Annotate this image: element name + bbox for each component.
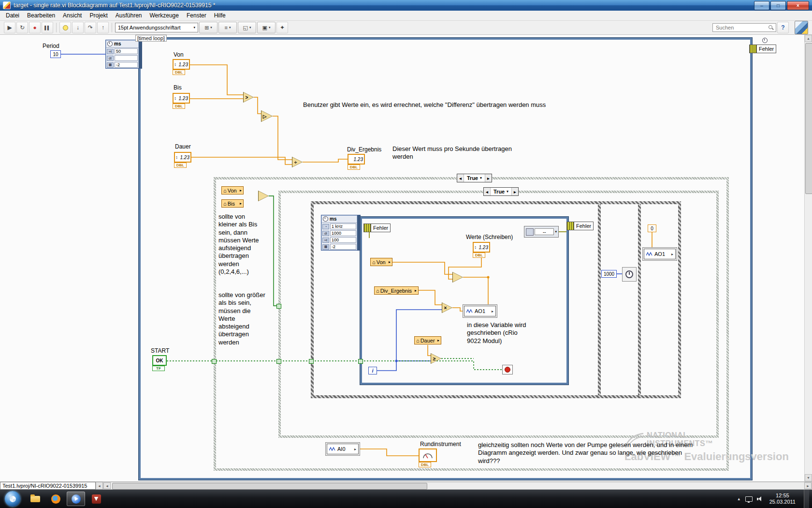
prev-case-icon[interactable]: ◀ [484, 188, 491, 195]
select-node[interactable]: ▷ [261, 110, 273, 122]
step-out-button[interactable]: ↑ [97, 22, 109, 33]
numeric-control-dauer[interactable]: ▴▾1.23 DBL [174, 152, 191, 168]
div-ergebnis-label[interactable]: Div_Ergebnis [347, 146, 381, 153]
horizontal-scrollbar[interactable]: ◄ ► [103, 482, 812, 490]
timed-loop-config-node-inner[interactable]: ms ◔1 kHz dt1000 ³²t100 ▩-2 [321, 215, 361, 251]
shared-variable-ao1[interactable]: AO1 ▸ [464, 306, 496, 316]
start-button[interactable] [5, 491, 20, 507]
next-case-icon[interactable]: ▶ [511, 188, 518, 195]
row-value[interactable]: -2 [115, 62, 138, 68]
horizontal-scroll-thumb[interactable] [112, 483, 427, 490]
maximize-button[interactable]: □ [770, 1, 786, 10]
menu-ansicht[interactable]: Ansicht [59, 11, 86, 20]
taskbar-item-media-player[interactable] [67, 492, 85, 506]
werte-schreiben-label[interactable]: Werte (Schreiben) [466, 234, 513, 240]
close-button[interactable]: × [787, 1, 809, 10]
wait-ms-node[interactable] [622, 267, 637, 282]
taskbar-item-firefox[interactable] [46, 492, 65, 506]
pause-button[interactable]: ▌▌ [42, 22, 53, 33]
taskbar-clock[interactable]: 12:55 25.03.2011 [766, 493, 799, 505]
abort-button[interactable]: ● [29, 22, 41, 33]
cleanup-diagram-button[interactable]: ✦ [276, 22, 288, 33]
align-objects-dropdown[interactable]: ⊞▾ [199, 22, 218, 33]
numeric-control-bis[interactable]: ▴▾1.23 DBL [173, 93, 190, 109]
sequence-frame-divider[interactable] [638, 204, 641, 395]
spinner-icon[interactable]: ▴▾ [174, 96, 176, 100]
taskbar-item-adobe-reader[interactable] [87, 492, 105, 506]
highlight-execution-button[interactable] [59, 22, 71, 33]
error-cluster-fehler-left[interactable]: Fehler [363, 224, 391, 232]
rundinstrument-label[interactable]: Rundinstrument [420, 441, 461, 448]
start-ok-button[interactable]: OK TF [152, 355, 167, 371]
scroll-left-icon[interactable]: ◄ [103, 482, 111, 489]
local-variable-bis[interactable]: ⌂ Bis ▸ [221, 199, 244, 208]
step-into-button[interactable]: ↓ [72, 22, 84, 33]
timed-loop-config-node-outer[interactable]: ms ³²t50 dt ▩-2 [105, 40, 142, 69]
case-selector-outer[interactable]: ◀ True▾ ▶ [457, 174, 492, 182]
row-value[interactable]: 1 kHz [330, 224, 356, 229]
font-selector[interactable]: 15pt Anwendungsschriftart ▾ [115, 23, 198, 32]
constant-1000[interactable]: 1000 [601, 270, 617, 278]
vertical-scrollbar[interactable]: ▲ ▼ [804, 35, 812, 481]
gauge-indicator[interactable]: DBL [419, 448, 437, 467]
vertical-scroll-thumb[interactable] [805, 43, 812, 194]
menu-werkzeuge[interactable]: Werkzeuge [145, 11, 182, 20]
distribute-objects-dropdown[interactable]: ≡▾ [218, 22, 237, 33]
constant-0[interactable]: 0 [648, 224, 656, 232]
period-constant[interactable]: 10 [50, 50, 61, 58]
divide-node[interactable]: ÷ [292, 157, 303, 167]
status-target[interactable]: Test1.lvproj/NI-cRIO9022-01539915 [0, 482, 96, 490]
help-button[interactable]: ? [777, 22, 789, 33]
menu-projekt[interactable]: Projekt [86, 11, 111, 20]
stop-condition-terminal[interactable] [502, 365, 513, 374]
numeric-indicator-div-ergebnis[interactable]: 1.23 DBL [348, 154, 365, 170]
multiply-node-2[interactable]: × [442, 302, 452, 313]
run-button[interactable]: ▶ [4, 22, 15, 33]
scroll-down-icon[interactable]: ▼ [805, 474, 812, 481]
numeric-control-werte[interactable]: ▴▾1.23 DBL [473, 242, 490, 258]
shared-variable-ai0[interactable]: AI0 ▸ [327, 444, 359, 454]
search-box[interactable] [712, 23, 776, 32]
iteration-terminal[interactable]: i [368, 367, 377, 374]
row-value[interactable]: -2 [330, 244, 356, 250]
local-variable-von-inner[interactable]: ⌂ Von ▸ [370, 258, 392, 266]
block-diagram-canvas[interactable]: NATIONAL INSTRUMENTS™ LabVIEW™ Evaluieru… [0, 35, 804, 481]
menu-datei[interactable]: Datei [2, 11, 23, 20]
shared-variable-ao1-write[interactable]: AO1 ▸ [644, 249, 676, 259]
ring-constant-node[interactable]: -- ▾ [524, 226, 559, 238]
run-continuous-button[interactable]: ↻ [16, 22, 28, 33]
status-back-icon[interactable]: ◄ [96, 482, 103, 490]
spinner-icon[interactable]: ▴▾ [176, 155, 177, 159]
scroll-right-icon[interactable]: ► [804, 482, 812, 489]
minimize-button[interactable]: – [754, 1, 769, 10]
search-input[interactable] [715, 24, 767, 31]
dauer-label[interactable]: Dauer [175, 143, 191, 150]
bis-label[interactable]: Bis [174, 84, 182, 91]
start-label[interactable]: START [151, 347, 169, 354]
menu-fenster[interactable]: Fenster [183, 11, 210, 20]
von-label[interactable]: Von [174, 51, 184, 58]
vi-icon[interactable] [795, 21, 808, 34]
error-indicator-fehler-right[interactable]: Fehler [566, 222, 594, 230]
sequence-frame-divider[interactable] [598, 204, 601, 395]
multiply-node-1[interactable] [452, 272, 463, 283]
scroll-up-icon[interactable]: ▲ [805, 35, 812, 42]
reorder-dropdown[interactable]: ▣▾ [257, 22, 276, 33]
volume-icon[interactable] [757, 496, 761, 501]
greater-equal-node[interactable]: ≥ [431, 353, 441, 364]
row-value[interactable]: 100 [330, 237, 356, 243]
menu-hilfe[interactable]: Hilfe [210, 11, 230, 20]
compare-node[interactable] [258, 191, 269, 201]
case-selector-inner[interactable]: ◀ True▾ ▶ [483, 187, 519, 196]
prev-case-icon[interactable]: ◀ [457, 174, 464, 182]
timed-loop-inner[interactable] [360, 217, 568, 385]
ring-value[interactable]: -- [535, 228, 554, 235]
row-value[interactable]: 50 [115, 48, 138, 54]
row-value[interactable] [115, 55, 138, 61]
menu-bearbeiten[interactable]: Bearbeiten [23, 11, 59, 20]
step-over-button[interactable]: ↷ [85, 22, 96, 33]
local-variable-div-ergebnis[interactable]: ⌂ Div_Ergebnis ▸ [374, 286, 419, 295]
greater-than-node[interactable]: > [243, 92, 254, 103]
row-value[interactable]: 1000 [330, 230, 356, 236]
local-variable-dauer[interactable]: ⌂ Dauer ▸ [414, 336, 441, 344]
